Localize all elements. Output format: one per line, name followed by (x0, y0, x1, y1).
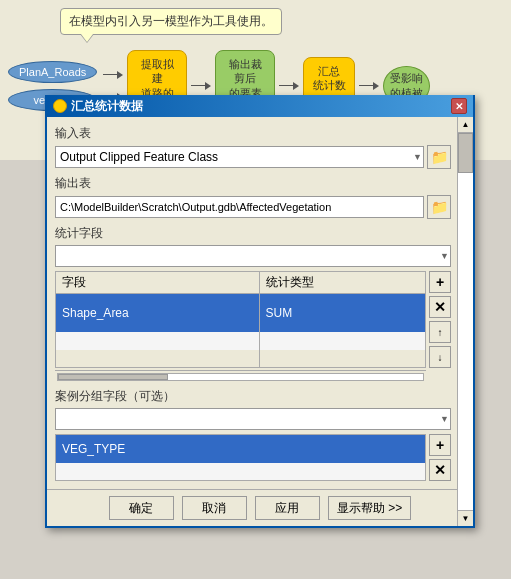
confirm-button[interactable]: 确定 (109, 496, 174, 520)
help-button[interactable]: 显示帮助 >> (328, 496, 411, 520)
dialog-body: 输入表 Output Clipped Feature Class ▼ 📁 输出表… (47, 117, 473, 489)
scroll-thumb (458, 133, 473, 173)
input-table-select-wrapper: Output Clipped Feature Class ▼ (55, 146, 424, 168)
case-field-label: 案例分组字段（可选） (55, 388, 451, 405)
case-table-row[interactable]: VEG_TYPE (56, 435, 426, 463)
table-row[interactable] (56, 350, 426, 368)
scroll-track (458, 133, 473, 510)
node-planA-roads: PlanA_Roads (8, 61, 97, 83)
stats-side-buttons: + ✕ ↑ ↓ (429, 271, 451, 368)
case-field-select-wrapper: ▼ (55, 408, 451, 430)
table-row[interactable] (56, 332, 426, 350)
cancel-button[interactable]: 取消 (182, 496, 247, 520)
tooltip-bubble: 在模型内引入另一模型作为工具使用。 (60, 8, 282, 35)
input-table-folder-button[interactable]: 📁 (427, 145, 451, 169)
scrollbar-thumb (58, 374, 168, 380)
dialog-summary-stats: 汇总统计数据 ✕ 输入表 Output Clipped Feature Clas… (45, 95, 475, 528)
dialog-scrollbar[interactable]: ▲ ▼ (457, 117, 473, 526)
input-table-label: 输入表 (55, 125, 451, 142)
output-table-label: 输出表 (55, 175, 451, 192)
output-table-input[interactable] (55, 196, 424, 218)
table-cell-stat-type: SUM (259, 294, 426, 332)
add-stats-row-button[interactable]: + (429, 271, 451, 293)
folder-icon: 📁 (431, 149, 448, 165)
add-case-row-button[interactable]: + (429, 434, 451, 456)
case-field-select[interactable] (55, 408, 451, 430)
move-stats-up-button[interactable]: ↑ (429, 321, 451, 343)
case-table-cell: VEG_TYPE (56, 435, 426, 463)
stats-field-select-row: ▼ (55, 245, 451, 267)
dialog-icon (53, 99, 67, 113)
stats-field-select[interactable] (55, 245, 451, 267)
output-table-folder-button[interactable]: 📁 (427, 195, 451, 219)
remove-case-row-button[interactable]: ✕ (429, 459, 451, 481)
stats-field-select-wrapper: ▼ (55, 245, 451, 267)
stats-table-scrollbar[interactable] (55, 370, 426, 382)
move-stats-down-button[interactable]: ↓ (429, 346, 451, 368)
input-table-row: Output Clipped Feature Class ▼ 📁 (55, 145, 451, 169)
input-table-select[interactable]: Output Clipped Feature Class (55, 146, 424, 168)
stats-table-header: 字段 统计类型 (56, 272, 426, 294)
col-field-header: 字段 (56, 272, 260, 294)
scrollbar-track (57, 373, 424, 381)
close-button[interactable]: ✕ (451, 98, 467, 114)
dialog-titlebar: 汇总统计数据 ✕ (47, 95, 473, 117)
case-table-section: VEG_TYPE + ✕ (55, 434, 451, 481)
tooltip-text: 在模型内引入另一模型作为工具使用。 (69, 14, 273, 28)
folder-icon-2: 📁 (431, 199, 448, 215)
output-table-row: 📁 (55, 195, 451, 219)
dialog-footer: 确定 取消 应用 显示帮助 >> (47, 489, 473, 526)
col-stat-type-header: 统计类型 (259, 272, 426, 294)
table-cell-field: Shape_Area (56, 294, 260, 332)
scroll-down-button[interactable]: ▼ (458, 510, 473, 526)
apply-button[interactable]: 应用 (255, 496, 320, 520)
stats-field-label: 统计字段 (55, 225, 451, 242)
case-field-select-row: ▼ (55, 408, 451, 430)
stats-table-section: 字段 统计类型 Shape_Area SUM (55, 271, 451, 368)
scroll-up-button[interactable]: ▲ (458, 117, 473, 133)
case-table: VEG_TYPE (55, 434, 426, 481)
case-table-row[interactable] (56, 463, 426, 481)
remove-stats-row-button[interactable]: ✕ (429, 296, 451, 318)
case-side-buttons: + ✕ (429, 434, 451, 481)
dialog-title-text: 汇总统计数据 (71, 98, 143, 115)
table-row[interactable]: Shape_Area SUM (56, 294, 426, 332)
stats-table: 字段 统计类型 Shape_Area SUM (55, 271, 426, 368)
dialog-title-container: 汇总统计数据 (53, 98, 143, 115)
